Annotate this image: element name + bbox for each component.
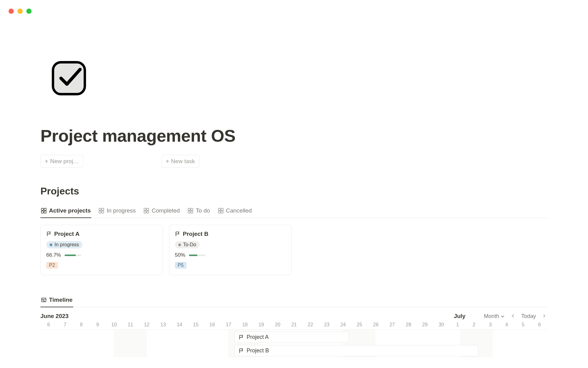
svg-rect-6: [102, 208, 104, 210]
timeline-day-cell: 19: [253, 322, 269, 328]
status-badge: In progress: [46, 241, 82, 248]
projects-tabs: Active projects In progress Completed To…: [40, 205, 548, 218]
timeline-day-cell: 6: [40, 322, 57, 328]
priority-tag: P5: [175, 262, 187, 269]
timeline-day-cell: 28: [400, 322, 417, 328]
timeline-day-cell: 1: [450, 322, 466, 328]
timeline-day-cell: 16: [204, 322, 220, 328]
status-label: To-Do: [183, 242, 196, 247]
chevron-left-icon: [511, 314, 515, 318]
new-project-label: New proj…: [50, 158, 79, 165]
svg-rect-19: [218, 211, 221, 213]
tab-active-projects[interactable]: Active projects: [40, 205, 91, 218]
timeline-day-cell: 24: [335, 322, 351, 328]
progress-label: 66.7%: [46, 252, 61, 258]
status-dot-icon: [50, 243, 52, 246]
timeline-day-cell: 8: [73, 322, 89, 328]
timeline-day-cell: 11: [122, 322, 138, 328]
svg-rect-18: [221, 208, 223, 210]
priority-tag: P2: [46, 262, 58, 269]
timeline-item-project-a[interactable]: Project A: [235, 332, 349, 343]
gallery-icon: [144, 208, 149, 213]
timeline-day-cell: 27: [384, 322, 400, 328]
tab-completed[interactable]: Completed: [143, 205, 180, 218]
tab-in-progress[interactable]: In progress: [98, 205, 136, 218]
timeline-prev-button[interactable]: [510, 313, 516, 320]
progress-label: 50%: [175, 252, 185, 258]
tab-label: In progress: [107, 207, 136, 214]
timeline-day-cell: 17: [221, 322, 237, 328]
svg-rect-17: [218, 208, 221, 210]
flag-icon: [239, 335, 244, 340]
tab-label: Active projects: [49, 207, 91, 214]
project-card-a[interactable]: Project A In progress 66.7% P2: [40, 225, 163, 275]
timeline-item-project-b[interactable]: Project B: [235, 345, 478, 356]
timeline-next-month-label: July: [454, 313, 466, 320]
plus-icon: +: [45, 158, 48, 164]
timeline-day-cell: 26: [368, 322, 384, 328]
timeline-day-cell: 12: [139, 322, 155, 328]
timeline-day-header: 6789101112131415161718192021222324252627…: [40, 322, 548, 330]
tab-label: Completed: [152, 207, 180, 214]
svg-rect-1: [41, 208, 43, 210]
timeline-day-cell: 23: [318, 322, 335, 328]
tab-to-do[interactable]: To do: [187, 205, 210, 218]
timeline-day-cell: 18: [237, 322, 253, 328]
svg-rect-20: [221, 211, 223, 213]
status-badge: To-Do: [175, 241, 200, 248]
status-label: In progress: [55, 242, 79, 247]
minimize-window-icon[interactable]: [17, 9, 23, 14]
granularity-label: Month: [484, 313, 499, 320]
timeline-day-cell: 7: [57, 322, 73, 328]
project-card-b[interactable]: Project B To-Do 50% P5: [169, 225, 292, 275]
timeline-day-cell: 10: [106, 322, 122, 328]
maximize-window-icon[interactable]: [26, 9, 32, 14]
svg-rect-5: [99, 208, 101, 210]
close-window-icon[interactable]: [9, 9, 14, 14]
timeline-tab-label: Timeline: [49, 297, 73, 303]
timeline-day-cell: 5: [515, 322, 531, 328]
timeline-next-button[interactable]: [541, 313, 548, 320]
timeline-day-cell: 21: [286, 322, 302, 328]
svg-rect-16: [191, 211, 193, 213]
chevron-right-icon: [542, 314, 546, 318]
gallery-icon: [218, 208, 224, 213]
progress-bar: [65, 255, 81, 256]
gallery-icon: [99, 208, 104, 213]
timeline-body[interactable]: Project A Project B: [40, 330, 548, 357]
timeline-day-cell: 3: [482, 322, 498, 328]
timeline-item-label: Project A: [247, 334, 269, 340]
tab-label: To do: [196, 207, 210, 214]
tab-cancelled[interactable]: Cancelled: [217, 205, 253, 218]
svg-rect-14: [191, 208, 193, 210]
timeline-day-cell: 25: [351, 322, 368, 328]
new-project-button[interactable]: + New proj…: [40, 155, 83, 168]
plus-icon: +: [166, 158, 169, 164]
svg-rect-12: [147, 211, 149, 213]
timeline-day-cell: 30: [433, 322, 449, 328]
timeline-today-button[interactable]: Today: [521, 313, 536, 320]
timeline-icon: [41, 297, 47, 303]
tab-label: Cancelled: [226, 207, 252, 214]
svg-rect-8: [102, 211, 104, 213]
timeline-month-label: June 2023: [40, 313, 69, 320]
svg-rect-10: [147, 208, 149, 210]
svg-rect-11: [144, 211, 146, 213]
timeline-day-cell: 13: [155, 322, 171, 328]
svg-rect-13: [188, 208, 190, 210]
svg-rect-4: [44, 211, 46, 213]
progress-bar: [189, 255, 205, 256]
chevron-down-icon: [500, 314, 505, 319]
timeline-day-cell: 9: [89, 322, 106, 328]
timeline-item-label: Project B: [247, 347, 269, 354]
projects-heading: Projects: [40, 186, 548, 197]
page-title: Project management OS: [40, 126, 548, 146]
card-title: Project B: [183, 231, 208, 237]
svg-rect-15: [188, 211, 190, 213]
card-title: Project A: [54, 231, 80, 237]
tab-timeline[interactable]: Timeline: [40, 293, 73, 307]
flag-icon: [46, 231, 52, 237]
timeline-granularity-select[interactable]: Month: [484, 313, 505, 320]
timeline-day-cell: 4: [499, 322, 515, 328]
new-task-button[interactable]: + New task: [161, 155, 199, 168]
